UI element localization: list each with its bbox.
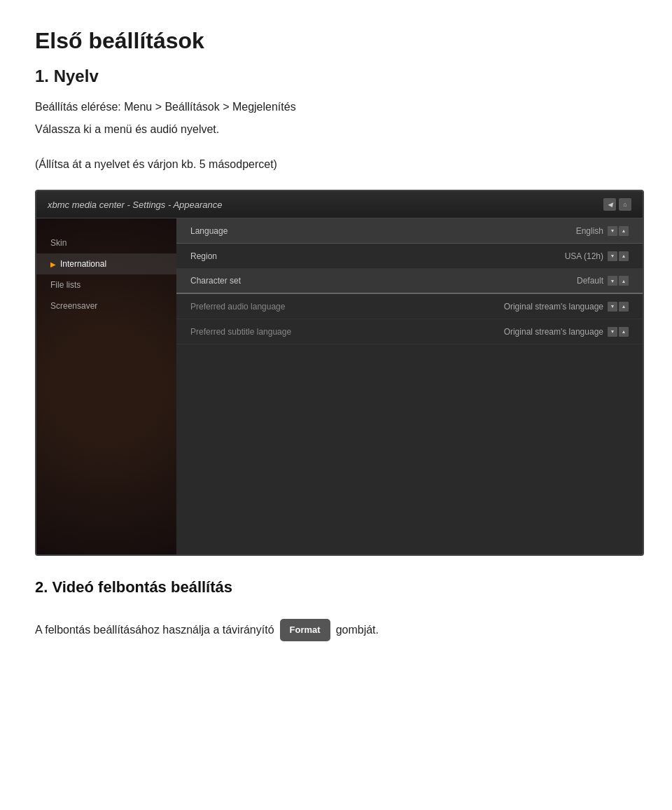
settings-label-region: Region bbox=[190, 251, 565, 261]
nav-skin-label: Skin bbox=[50, 238, 66, 248]
settings-label-charset: Character set bbox=[190, 276, 577, 286]
settings-value-charset: Default bbox=[577, 276, 603, 286]
audio-lang-down-btn[interactable]: ▼ bbox=[608, 302, 617, 312]
settings-row-subtitle-lang[interactable]: Preferred subtitle language Original str… bbox=[176, 319, 643, 344]
section1-title: 1. Nyelv bbox=[35, 67, 637, 86]
settings-label-audio-lang: Preferred audio language bbox=[190, 302, 504, 312]
settings-value-audio-lang: Original stream's language bbox=[504, 302, 603, 312]
region-up-btn[interactable]: ▲ bbox=[619, 251, 629, 261]
xbmc-body: Skin ▶ International File lists Screensa… bbox=[36, 218, 643, 554]
instruction1: Beállítás elérése: Menu > Beállítások > … bbox=[35, 99, 637, 116]
language-down-btn[interactable]: ▼ bbox=[608, 226, 617, 236]
language-up-btn[interactable]: ▲ bbox=[619, 226, 629, 236]
nav-skin[interactable]: Skin bbox=[36, 232, 176, 253]
settings-value-subtitle-lang: Original stream's language bbox=[504, 327, 603, 337]
xbmc-header-icons: ◀ ⌂ bbox=[603, 198, 631, 211]
language-spinbox: ▼ ▲ bbox=[608, 226, 629, 236]
audio-lang-up-btn[interactable]: ▲ bbox=[619, 302, 629, 312]
settings-label-subtitle-lang: Preferred subtitle language bbox=[190, 327, 504, 337]
xbmc-settings-panel: Language English ▼ ▲ Region USA (12h) ▼ … bbox=[176, 218, 643, 554]
region-down-btn[interactable]: ▼ bbox=[608, 251, 617, 261]
settings-label-language: Language bbox=[190, 226, 576, 236]
nav-international-label: International bbox=[60, 259, 106, 269]
section2-title: 2. Videó felbontás beállítás bbox=[35, 578, 637, 596]
nav-screensaver[interactable]: Screensaver bbox=[36, 295, 176, 316]
settings-row-audio-lang[interactable]: Preferred audio language Original stream… bbox=[176, 294, 643, 319]
settings-value-region: USA (12h) bbox=[565, 251, 603, 261]
subtitle-lang-down-btn[interactable]: ▼ bbox=[608, 327, 617, 337]
settings-row-region[interactable]: Region USA (12h) ▼ ▲ bbox=[176, 244, 643, 269]
charset-spinbox: ▼ ▲ bbox=[608, 276, 629, 286]
page-title: Első beállítások bbox=[35, 28, 637, 54]
nav-international[interactable]: ▶ International bbox=[36, 253, 176, 274]
xbmc-header: xbmc media center - Settings - Appearanc… bbox=[36, 191, 643, 218]
nav-screensaver-label: Screensaver bbox=[50, 301, 97, 311]
subtitle-lang-spinbox: ▼ ▲ bbox=[608, 327, 629, 337]
format-button[interactable]: Format bbox=[280, 619, 330, 641]
instruction2: Válassza ki a menü és audió nyelvet. bbox=[35, 121, 637, 138]
settings-row-language[interactable]: Language English ▼ ▲ bbox=[176, 218, 643, 244]
charset-down-btn[interactable]: ▼ bbox=[608, 276, 617, 286]
settings-row-charset[interactable]: Character set Default ▼ ▲ bbox=[176, 269, 643, 294]
home-icon: ⌂ bbox=[619, 198, 631, 211]
charset-up-btn[interactable]: ▲ bbox=[619, 276, 629, 286]
settings-empty-area bbox=[176, 344, 643, 526]
subtitle-lang-up-btn[interactable]: ▲ bbox=[619, 327, 629, 337]
xbmc-header-title: xbmc media center - Settings - Appearanc… bbox=[48, 200, 223, 210]
section2-text-after: gombját. bbox=[336, 620, 379, 639]
audio-lang-spinbox: ▼ ▲ bbox=[608, 302, 629, 312]
back-icon: ◀ bbox=[603, 198, 616, 211]
section2-text-container: A felbontás beállításához használja a tá… bbox=[35, 619, 637, 641]
region-spinbox: ▼ ▲ bbox=[608, 251, 629, 261]
nav-arrow-icon: ▶ bbox=[50, 260, 56, 268]
nav-filelists[interactable]: File lists bbox=[36, 274, 176, 295]
nav-filelists-label: File lists bbox=[50, 280, 80, 290]
instruction3: (Állítsa át a nyelvet és várjon kb. 5 má… bbox=[35, 156, 637, 173]
xbmc-nav: Skin ▶ International File lists Screensa… bbox=[36, 218, 176, 554]
settings-value-language: English bbox=[576, 226, 603, 236]
xbmc-screenshot: xbmc media center - Settings - Appearanc… bbox=[35, 190, 644, 556]
section2-text-before: A felbontás beállításához használja a tá… bbox=[35, 620, 274, 639]
